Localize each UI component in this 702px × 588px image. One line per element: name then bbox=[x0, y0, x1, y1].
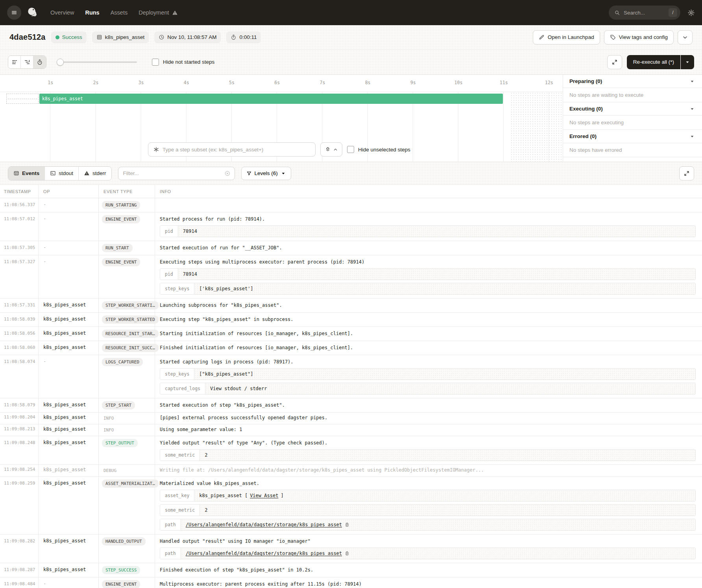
zoom-slider-track[interactable] bbox=[57, 61, 137, 63]
reexecute-dropdown-button[interactable] bbox=[681, 55, 694, 69]
info-text: Started execution of step "k8s_pipes_ass… bbox=[160, 402, 696, 409]
event-type-pill[interactable]: RESOURCE_INIT_SUCC… bbox=[102, 344, 159, 352]
event-type-text: INFO bbox=[102, 414, 116, 422]
view-tags-config-button[interactable]: View tags and config bbox=[604, 30, 674, 44]
clear-filter-icon[interactable] bbox=[224, 170, 231, 177]
event-type-pill[interactable]: ENGINE_EVENT bbox=[102, 215, 140, 223]
zoom-slider[interactable] bbox=[57, 59, 137, 66]
table-row[interactable]: 11:08:57.012-ENGINE_EVENTStarted process… bbox=[0, 212, 702, 241]
status-section-header[interactable]: Errored (0) bbox=[563, 130, 702, 143]
table-row[interactable]: 11:08:57.305-RUN_STARTStarted execution … bbox=[0, 241, 702, 255]
table-row[interactable]: 11:09:08.204k8s_pipes_assetINFO[pipes] e… bbox=[0, 413, 702, 424]
timestamp-cell: 11:09:08.248 bbox=[0, 436, 39, 465]
tab-stdout[interactable]: stdout bbox=[45, 167, 79, 180]
timestamp-cell: 11:08:57.331 bbox=[0, 299, 39, 312]
status-section-header[interactable]: Succeeded (1) bbox=[563, 157, 702, 162]
settings-button[interactable] bbox=[687, 9, 695, 17]
caret-down-icon bbox=[689, 134, 695, 139]
zoom-slider-knob[interactable] bbox=[57, 59, 64, 66]
hide-not-started-toggle[interactable]: Hide not started steps bbox=[152, 59, 214, 66]
logs-fullscreen-button[interactable] bbox=[679, 166, 694, 181]
event-type-text: DEBUG bbox=[102, 466, 118, 475]
table-row[interactable]: 11:08:56.337-RUN_STARTING bbox=[0, 198, 702, 212]
metadata-link[interactable]: /Users/alangenfeld/data/dagster/storage/… bbox=[186, 551, 342, 556]
search-placeholder: Search... bbox=[624, 10, 669, 16]
event-type-cell: RUN_START bbox=[99, 241, 155, 255]
metadata-link[interactable]: View Asset bbox=[250, 493, 278, 498]
event-type-pill[interactable]: RUN_START bbox=[102, 244, 133, 252]
event-type-pill[interactable]: ENGINE_EVENT bbox=[102, 258, 140, 266]
event-type-pill[interactable]: ENGINE_EVENT bbox=[102, 580, 140, 588]
events-table-body: 11:08:56.337-RUN_STARTING11:08:57.012-EN… bbox=[0, 198, 702, 588]
table-row[interactable]: 11:08:58.060k8s_pipes_assetRESOURCE_INIT… bbox=[0, 341, 702, 355]
metadata-link[interactable]: /Users/alangenfeld/data/dagster/storage/… bbox=[186, 522, 342, 527]
status-section-title: Succeeded (1) bbox=[569, 161, 606, 162]
copy-icon[interactable] bbox=[344, 551, 350, 556]
event-type-pill[interactable]: STEP_WORKER_STARTED bbox=[102, 315, 159, 324]
status-dot-icon bbox=[55, 35, 59, 39]
status-section-header[interactable]: Executing (0) bbox=[563, 102, 702, 116]
table-row[interactable]: 11:09:08.287k8s_pipes_assetSTEP_SUCCESSF… bbox=[0, 563, 702, 577]
table-row[interactable]: 11:08:58.079k8s_pipes_assetSTEP_STARTSta… bbox=[0, 398, 702, 413]
waterfall-view-button[interactable] bbox=[21, 56, 33, 68]
status-section-header[interactable]: Preparing (0) bbox=[563, 75, 702, 88]
nav-item-deployment[interactable]: Deployment bbox=[139, 9, 177, 16]
axis-tick-label: 7s bbox=[320, 80, 325, 85]
table-row[interactable]: 11:09:08.213k8s_pipes_assetINFOUsing som… bbox=[0, 424, 702, 436]
hide-unselected-checkbox[interactable] bbox=[347, 146, 354, 153]
open-in-launchpad-button[interactable]: Open in Launchpad bbox=[533, 30, 600, 44]
hamburger-menu-button[interactable] bbox=[7, 6, 21, 20]
event-type-pill[interactable]: ASSET_MATERIALIZAT… bbox=[102, 479, 159, 488]
expand-icon bbox=[611, 59, 618, 65]
nav-item-runs[interactable]: Runs bbox=[85, 9, 99, 16]
flat-view-button[interactable] bbox=[8, 56, 21, 68]
table-row[interactable]: 11:09:08.484-ENGINE_EVENTMultiprocess ex… bbox=[0, 577, 702, 588]
hide-not-started-checkbox[interactable] bbox=[152, 59, 159, 66]
reexecute-all-button[interactable]: Re-execute all (*) bbox=[627, 55, 680, 69]
gantt-step-bar[interactable]: k8s_pipes_asset bbox=[39, 94, 503, 104]
tab-events[interactable]: Events bbox=[8, 167, 45, 180]
info-cell: Launching subprocess for "k8s_pipes_asse… bbox=[155, 299, 702, 312]
timed-view-button[interactable] bbox=[33, 56, 46, 68]
event-type-pill[interactable]: STEP_SUCCESS bbox=[102, 566, 140, 574]
job-name-pill[interactable]: k8s_pipes_asset bbox=[92, 31, 149, 43]
gear-icon bbox=[687, 9, 695, 17]
run-actions-dropdown-button[interactable] bbox=[678, 30, 693, 44]
dagster-logo[interactable] bbox=[26, 6, 39, 19]
event-type-pill[interactable]: RESOURCE_INIT_STAR… bbox=[102, 330, 159, 338]
metadata-text: 2 bbox=[205, 452, 207, 458]
table-row[interactable]: 11:09:08.282k8s_pipes_assetHANDLED_OUTPU… bbox=[0, 535, 702, 563]
gantt-section: 1s2s3s4s5s6s7s8s9s10s11s12s k8s_pipes_as… bbox=[0, 75, 702, 162]
table-row[interactable]: 11:08:57.327-ENGINE_EVENTExecuting steps… bbox=[0, 255, 702, 299]
event-type-pill[interactable]: STEP_OUTPUT bbox=[102, 439, 138, 447]
table-row[interactable]: 11:09:08.259k8s_pipes_assetASSET_MATERIA… bbox=[0, 477, 702, 535]
copy-icon[interactable] bbox=[344, 522, 350, 527]
tab-label: Events bbox=[22, 170, 39, 176]
log-filter-input[interactable]: Filter... bbox=[118, 167, 235, 180]
levels-dropdown[interactable]: Levels (6) bbox=[241, 167, 291, 180]
table-row[interactable]: 11:08:58.039k8s_pipes_assetSTEP_WORKER_S… bbox=[0, 313, 702, 327]
search-input[interactable]: Search... / bbox=[609, 6, 680, 20]
info-cell: Finished initialization of resources [io… bbox=[155, 341, 702, 355]
table-row[interactable]: 11:09:08.248k8s_pipes_assetSTEP_OUTPUTYi… bbox=[0, 436, 702, 465]
event-type-pill[interactable]: STEP_START bbox=[102, 401, 135, 409]
table-row[interactable]: 11:08:58.056k8s_pipes_assetRESOURCE_INIT… bbox=[0, 327, 702, 341]
event-type-pill[interactable]: LOGS_CAPTURED bbox=[102, 358, 143, 366]
step-subset-input[interactable]: Type a step subset (ex: k8s_pipes_asset+… bbox=[148, 142, 316, 157]
nav-item-assets[interactable]: Assets bbox=[111, 9, 128, 16]
collapse-levels-button[interactable] bbox=[320, 142, 342, 157]
event-type-cell: ASSET_MATERIALIZAT… bbox=[99, 477, 155, 534]
hide-unselected-toggle[interactable]: Hide unselected steps bbox=[347, 146, 410, 153]
table-row[interactable]: 11:08:57.331k8s_pipes_assetSTEP_WORKER_S… bbox=[0, 299, 702, 313]
gantt-fullscreen-button[interactable] bbox=[607, 55, 622, 69]
event-type-pill[interactable]: HANDLED_OUTPUT bbox=[102, 537, 146, 546]
metadata-entry: path/Users/alangenfeld/data/dagster/stor… bbox=[160, 547, 696, 559]
event-type-pill[interactable]: RUN_STARTING bbox=[102, 201, 140, 209]
nav-item-overview[interactable]: Overview bbox=[50, 9, 74, 16]
column-header: TIMESTAMP bbox=[0, 185, 39, 198]
table-row[interactable]: 11:09:08.254k8s_pipes_assetDEBUGWriting … bbox=[0, 465, 702, 477]
event-type-pill[interactable]: STEP_WORKER_STARTI… bbox=[102, 301, 159, 310]
top-nav: OverviewRunsAssetsDeployment Search... / bbox=[0, 0, 702, 25]
table-row[interactable]: 11:08:58.074-LOGS_CAPTUREDStarted captur… bbox=[0, 355, 702, 398]
tab-stderr[interactable]: stderr bbox=[79, 167, 111, 180]
